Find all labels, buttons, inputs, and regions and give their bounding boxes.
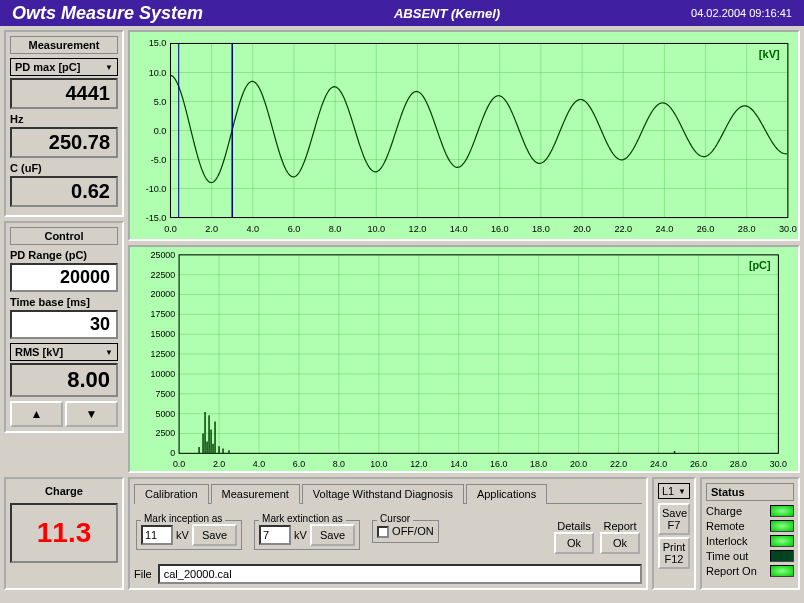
status-led: [770, 565, 794, 577]
extinction-input[interactable]: [259, 525, 291, 545]
charge-panel: Charge 11.3: [4, 477, 124, 590]
status-row: Interlock: [706, 535, 794, 547]
svg-text:7500: 7500: [156, 389, 176, 399]
svg-text:25000: 25000: [151, 250, 176, 260]
report-ok-button[interactable]: Ok: [600, 532, 640, 554]
status-row: Report On: [706, 565, 794, 577]
tab-calibration[interactable]: Calibration: [134, 484, 209, 504]
svg-text:20.0: 20.0: [573, 224, 591, 234]
status-panel: Status ChargeRemoteInterlockTime outRepo…: [700, 477, 800, 590]
measurement-panel-title: Measurement: [10, 36, 118, 54]
svg-text:22.0: 22.0: [610, 459, 627, 469]
print-button[interactable]: PrintF12: [658, 537, 690, 569]
svg-text:20000: 20000: [151, 290, 176, 300]
pd-max-combo[interactable]: PD max [pC]: [10, 58, 118, 76]
status-row: Remote: [706, 520, 794, 532]
cursor-group: Cursor OFF/ON: [372, 520, 439, 543]
inception-save-button[interactable]: Save: [192, 524, 237, 546]
inception-input[interactable]: [141, 525, 173, 545]
pd-chart[interactable]: 0.02.04.06.08.010.012.014.016.018.020.02…: [128, 245, 800, 473]
svg-text:24.0: 24.0: [650, 459, 667, 469]
svg-text:-10.0: -10.0: [146, 184, 167, 194]
svg-text:14.0: 14.0: [450, 459, 467, 469]
tab-measurement[interactable]: Measurement: [211, 484, 300, 504]
time-base-label: Time base [ms]: [10, 296, 118, 308]
mark-inception-group: Mark inception as kV Save: [136, 520, 242, 550]
c-value: 0.62: [10, 176, 118, 207]
svg-text:10000: 10000: [151, 369, 176, 379]
tabs-panel: Calibration Measurement Voltage Withstan…: [128, 477, 648, 590]
svg-text:5000: 5000: [156, 409, 176, 419]
status-row: Charge: [706, 505, 794, 517]
svg-text:12.0: 12.0: [409, 224, 427, 234]
svg-text:4.0: 4.0: [253, 459, 265, 469]
status-led: [770, 550, 794, 562]
svg-text:12500: 12500: [151, 349, 176, 359]
down-button[interactable]: ▼: [65, 401, 118, 427]
svg-text:[kV]: [kV]: [759, 48, 780, 60]
rms-combo[interactable]: RMS [kV]: [10, 343, 118, 361]
app-subtitle: ABSENT (Kernel): [203, 6, 691, 21]
cursor-checkbox[interactable]: [377, 526, 389, 538]
svg-text:8.0: 8.0: [329, 224, 342, 234]
svg-text:22.0: 22.0: [614, 224, 632, 234]
pd-range-label: PD Range (pC): [10, 249, 118, 261]
status-row: Time out: [706, 550, 794, 562]
control-panel-title: Control: [10, 227, 118, 245]
svg-text:10.0: 10.0: [370, 459, 387, 469]
rms-value: 8.00: [10, 363, 118, 397]
svg-text:4.0: 4.0: [246, 224, 259, 234]
save-button[interactable]: SaveF7: [658, 503, 690, 535]
svg-text:16.0: 16.0: [491, 224, 509, 234]
svg-text:15000: 15000: [151, 329, 176, 339]
svg-text:0.0: 0.0: [164, 224, 177, 234]
measurement-panel: Measurement PD max [pC] 4441 Hz 250.78 C…: [4, 30, 124, 217]
tab-row: Calibration Measurement Voltage Withstan…: [134, 483, 642, 504]
status-led: [770, 535, 794, 547]
svg-text:10.0: 10.0: [149, 68, 167, 78]
status-led: [770, 520, 794, 532]
svg-text:30.0: 30.0: [779, 224, 797, 234]
charge-value: 11.3: [10, 503, 118, 563]
svg-text:17500: 17500: [151, 309, 176, 319]
pd-max-value: 4441: [10, 78, 118, 109]
app-title: Owts Measure System: [12, 3, 203, 24]
svg-text:18.0: 18.0: [532, 224, 550, 234]
tab-voltage[interactable]: Voltage Withstand Diagnosis: [302, 484, 464, 504]
extinction-save-button[interactable]: Save: [310, 524, 355, 546]
svg-text:-15.0: -15.0: [146, 213, 167, 223]
svg-text:0.0: 0.0: [173, 459, 185, 469]
hz-value: 250.78: [10, 127, 118, 158]
charge-title: Charge: [10, 483, 118, 499]
svg-text:16.0: 16.0: [490, 459, 507, 469]
svg-text:18.0: 18.0: [530, 459, 547, 469]
svg-text:28.0: 28.0: [738, 224, 756, 234]
svg-text:2.0: 2.0: [205, 224, 218, 234]
tab-applications[interactable]: Applications: [466, 484, 547, 504]
svg-text:15.0: 15.0: [149, 39, 167, 49]
file-label: File: [134, 568, 152, 580]
svg-text:0: 0: [170, 448, 175, 458]
svg-text:8.0: 8.0: [333, 459, 345, 469]
status-title: Status: [706, 483, 794, 501]
voltage-chart[interactable]: 0.02.04.06.08.010.012.014.016.018.020.02…: [128, 30, 800, 241]
hz-label: Hz: [10, 113, 118, 125]
status-led: [770, 505, 794, 517]
time-base-input[interactable]: [10, 310, 118, 339]
svg-text:2500: 2500: [156, 429, 176, 439]
control-panel: Control PD Range (pC) Time base [ms] RMS…: [4, 221, 124, 433]
c-label: C (uF): [10, 162, 118, 174]
pd-range-input[interactable]: [10, 263, 118, 292]
l1-combo[interactable]: L1: [658, 483, 690, 499]
titlebar: Owts Measure System ABSENT (Kernel) 04.0…: [0, 0, 804, 26]
file-input[interactable]: cal_20000.cal: [158, 564, 642, 584]
svg-text:5.0: 5.0: [154, 97, 167, 107]
details-ok-button[interactable]: Ok: [554, 532, 594, 554]
svg-text:26.0: 26.0: [690, 459, 707, 469]
svg-text:10.0: 10.0: [367, 224, 385, 234]
side-buttons-panel: L1 SaveF7 PrintF12: [652, 477, 696, 590]
svg-text:14.0: 14.0: [450, 224, 468, 234]
svg-text:28.0: 28.0: [730, 459, 747, 469]
svg-text:6.0: 6.0: [293, 459, 305, 469]
up-button[interactable]: ▲: [10, 401, 63, 427]
